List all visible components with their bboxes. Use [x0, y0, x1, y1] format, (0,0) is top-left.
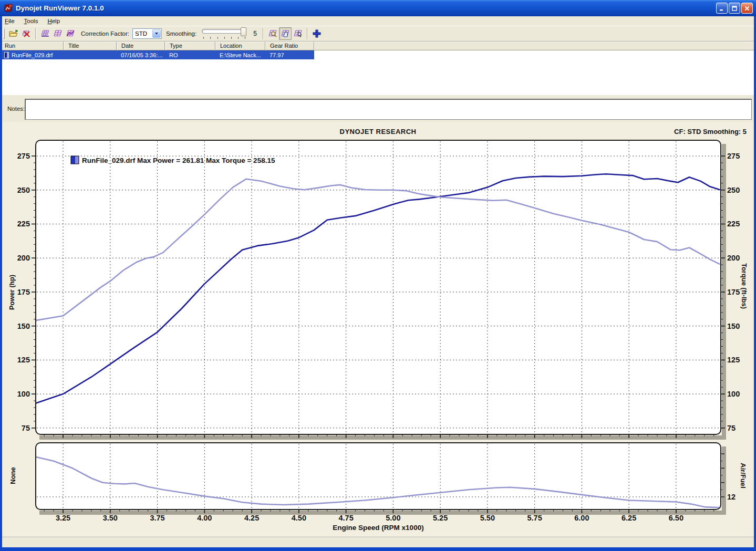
slider-ticks — [203, 37, 245, 39]
column-header-run[interactable]: Run — [0, 41, 64, 50]
cell-date: 07/16/05 3:36:... — [117, 52, 165, 58]
chevron-down-icon[interactable] — [152, 29, 161, 38]
column-header-location[interactable]: Location — [215, 41, 265, 50]
window-border-bottom — [0, 547, 756, 551]
notes-input[interactable] — [25, 99, 752, 120]
minimize-button[interactable] — [716, 3, 728, 14]
graph-view-1-button[interactable] — [39, 27, 51, 40]
slider-thumb[interactable] — [241, 27, 246, 36]
column-header-filler — [314, 41, 756, 50]
crosshair-icon — [312, 29, 322, 38]
smoothing-slider[interactable] — [202, 27, 248, 40]
menu-tools[interactable]: Tools — [24, 18, 38, 24]
graph-view-3-button[interactable] — [64, 27, 77, 40]
window-border-left — [0, 15, 2, 551]
select-graph-button[interactable] — [292, 27, 304, 40]
graph-view-1-icon — [40, 29, 50, 38]
cell-run: RunFile_029.drf — [0, 52, 64, 58]
power-axis-label: Power (hp) — [8, 261, 16, 324]
window-controls — [716, 3, 753, 14]
run-list: Run Title Date Type Location Gear Ratio … — [0, 41, 756, 95]
menu-help[interactable]: Help — [47, 18, 60, 24]
run-file-icon — [4, 52, 9, 58]
toolbar-grip[interactable] — [3, 28, 5, 39]
window-title: Dynojet RunViewer 7.0.1.0 — [16, 4, 716, 12]
correction-factor-label: Correction Factor: — [81, 30, 129, 37]
torque-axis-label: Torque (ft-lbs) — [740, 249, 748, 323]
chart-brand: DYNOJET RESEARCH — [2, 128, 754, 136]
smoothing-label: Smoothing: — [166, 30, 196, 37]
toolbar-separator — [35, 28, 36, 39]
chart-settings-readout: CF: STD Smoothing: 5 — [674, 128, 747, 136]
status-bar — [0, 537, 756, 548]
run-list-header: Run Title Date Type Location Gear Ratio — [0, 41, 756, 50]
window-border-right — [754, 15, 756, 551]
maximize-button[interactable] — [729, 3, 740, 14]
zoom-graph-icon — [268, 29, 277, 38]
close-icon — [744, 5, 750, 12]
menu-file[interactable]: File — [5, 18, 15, 24]
cell-gear-ratio: 77.97 — [265, 52, 314, 58]
correction-factor-select[interactable]: STD — [132, 28, 162, 39]
column-header-gear-ratio[interactable]: Gear Ratio — [265, 41, 314, 50]
cell-location: E:\Steve Nack... — [215, 52, 265, 58]
cell-type: RO — [165, 52, 215, 58]
app-icon — [4, 4, 13, 13]
maximize-icon — [731, 5, 738, 12]
column-header-title[interactable]: Title — [64, 41, 117, 50]
open-run-icon — [9, 29, 18, 38]
toolbar: Correction Factor: STD Smoothing: 5 — [0, 26, 756, 41]
close-run-button[interactable] — [20, 27, 33, 40]
graph-view-2-button[interactable] — [51, 27, 64, 40]
notes-label: Notes: — [7, 106, 25, 112]
none-axis-label: None — [9, 455, 17, 497]
minimize-icon — [719, 5, 725, 12]
toolbar-separator — [263, 28, 264, 39]
pan-graph-icon — [281, 29, 290, 38]
crosshair-button[interactable] — [310, 27, 323, 40]
correction-factor-value: STD — [133, 30, 152, 37]
zoom-graph-button[interactable] — [266, 27, 279, 40]
close-button[interactable] — [741, 3, 753, 14]
open-run-button[interactable] — [7, 27, 20, 40]
slider-track[interactable] — [202, 29, 246, 34]
run-row-selected[interactable]: RunFile_029.drf 07/16/05 3:36:... RO E:\… — [0, 50, 314, 59]
notes-section: Notes: — [0, 95, 756, 122]
column-header-type[interactable]: Type — [165, 41, 215, 50]
select-graph-icon — [293, 29, 303, 38]
graph-view-2-icon — [53, 29, 63, 38]
airfuel-axis-label: Air/Fuel — [739, 455, 747, 497]
close-run-icon — [22, 29, 31, 38]
chart-panel: DYNOJET RESEARCH CF: STD Smoothing: 5 — [2, 122, 754, 537]
smoothing-value: 5 — [253, 30, 257, 37]
graph-view-3-icon — [66, 29, 75, 38]
pan-graph-button[interactable] — [279, 27, 292, 40]
menu-bar: File Tools Help — [0, 16, 756, 26]
app-window: Dynojet RunViewer 7.0.1.0 File Tools Hel… — [0, 0, 756, 551]
title-bar[interactable]: Dynojet RunViewer 7.0.1.0 — [0, 0, 756, 16]
toolbar-separator — [307, 28, 308, 39]
column-header-date[interactable]: Date — [117, 41, 165, 50]
